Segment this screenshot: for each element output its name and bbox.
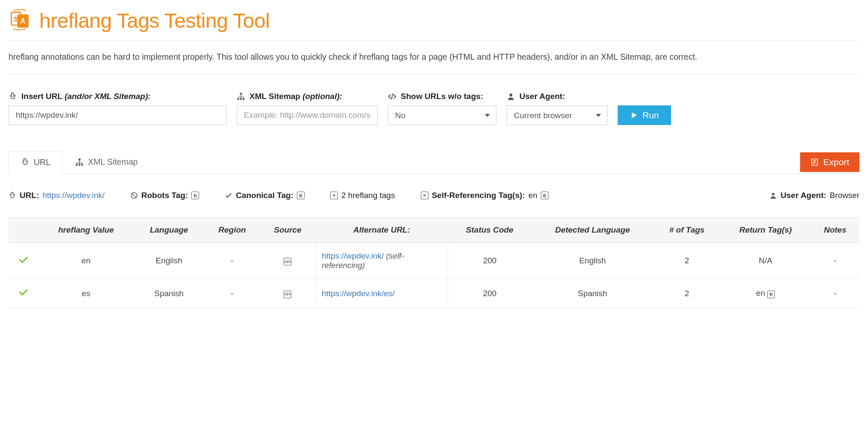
cell-return-tags: N/A bbox=[720, 243, 811, 279]
cell-alternate-url: https://wpdev.ink/ (self-referencing) bbox=[316, 243, 448, 279]
col-hreflang-value: hreflang Value bbox=[38, 218, 134, 243]
play-icon bbox=[630, 111, 638, 119]
url-meta-row: URL: https://wpdev.ink/ Robots Tag: ⎘ Ca… bbox=[9, 191, 859, 200]
cell-language: Spanish bbox=[134, 279, 205, 308]
meta-url: URL: https://wpdev.ink/ bbox=[9, 191, 105, 200]
meta-canonical: Canonical Tag: ⎘ bbox=[225, 191, 305, 200]
meta-robots: Robots Tag: ⎘ bbox=[130, 191, 199, 200]
tag-icon: ⌗ bbox=[421, 192, 428, 199]
ban-icon bbox=[130, 192, 138, 199]
user-agent-select[interactable]: Current browser bbox=[507, 105, 607, 125]
results-table: hreflang Value Language Region Source Al… bbox=[9, 217, 859, 308]
svg-rect-5 bbox=[238, 98, 239, 100]
user-icon bbox=[507, 92, 515, 101]
divider bbox=[9, 74, 859, 75]
sitemap-label: XML Sitemap (optional): bbox=[237, 92, 378, 101]
pointer-icon bbox=[9, 92, 17, 101]
user-agent-label: User Agent: bbox=[507, 92, 607, 101]
user-agent-field-group: User Agent: Current browser bbox=[507, 92, 607, 125]
export-button[interactable]: Export bbox=[800, 152, 859, 172]
col-detected-language: Detected Language bbox=[531, 218, 654, 243]
svg-text:A: A bbox=[21, 17, 26, 25]
meta-selfref: ⌗ Self-Referencing Tag(s): en ⎘ bbox=[421, 191, 548, 200]
user-icon bbox=[769, 192, 777, 199]
cell-detected-language: English bbox=[531, 243, 654, 279]
alternate-url-link[interactable]: https://wpdev.ink/ bbox=[322, 251, 384, 260]
cell-status-code: 200 bbox=[448, 243, 531, 279]
show-urls-field-group: Show URLs w/o tags: NoYes bbox=[388, 92, 496, 125]
col-region: Region bbox=[204, 218, 260, 243]
cell-region: - bbox=[204, 243, 260, 279]
source-icon: </> bbox=[284, 258, 291, 265]
cell-alternate-url: https://wpdev.ink/es/ bbox=[316, 279, 448, 308]
cell-return-tags: en ⎘ bbox=[720, 279, 811, 308]
svg-rect-4 bbox=[240, 93, 242, 95]
tab-xml-sitemap[interactable]: XML Sitemap bbox=[63, 151, 150, 173]
sitemap-icon bbox=[75, 158, 84, 166]
svg-rect-10 bbox=[76, 164, 78, 166]
cell-notes: - bbox=[811, 243, 859, 279]
col-num-tags: # of Tags bbox=[654, 218, 720, 243]
url-field-group: Insert URL (and/or XML Sitemap): bbox=[9, 92, 226, 125]
page-title: hreflang Tags Testing Tool bbox=[39, 9, 270, 32]
svg-rect-7 bbox=[243, 98, 244, 100]
svg-point-15 bbox=[772, 193, 774, 195]
code-icon bbox=[388, 92, 396, 101]
cell-status-code: 200 bbox=[448, 279, 531, 308]
col-notes: Notes bbox=[811, 218, 859, 243]
col-return-tags: Return Tag(s) bbox=[720, 218, 811, 243]
meta-url-link[interactable]: https://wpdev.ink/ bbox=[42, 191, 104, 200]
svg-rect-6 bbox=[240, 98, 242, 100]
check-icon bbox=[17, 288, 30, 297]
cell-hreflang: es bbox=[38, 279, 134, 308]
copy-icon[interactable]: ⎘ bbox=[191, 192, 199, 199]
run-button[interactable]: Run bbox=[618, 105, 671, 125]
source-icon: </> bbox=[284, 291, 291, 298]
pointer-icon bbox=[21, 158, 29, 166]
col-status-code: Status Code bbox=[448, 218, 531, 243]
copy-icon[interactable]: ⎘ bbox=[541, 192, 548, 199]
svg-rect-9 bbox=[79, 158, 81, 160]
cell-detected-language: Spanish bbox=[531, 279, 654, 308]
col-source: Source bbox=[260, 218, 315, 243]
copy-icon[interactable]: ⎘ bbox=[297, 192, 305, 199]
cell-num-tags: 2 bbox=[654, 243, 720, 279]
pointer-icon bbox=[9, 192, 16, 199]
show-urls-label: Show URLs w/o tags: bbox=[388, 92, 496, 101]
tab-url[interactable]: URL bbox=[9, 151, 63, 174]
copy-icon[interactable]: ⎘ bbox=[767, 291, 775, 298]
meta-useragent: User Agent: Browser bbox=[769, 191, 859, 200]
col-alternate-url: Alternate URL: bbox=[316, 218, 448, 243]
check-icon bbox=[225, 192, 232, 199]
svg-rect-11 bbox=[79, 164, 80, 166]
export-icon bbox=[810, 158, 819, 166]
page-header: A 文 hreflang Tags Testing Tool bbox=[9, 9, 859, 33]
col-language: Language bbox=[134, 218, 205, 243]
check-icon bbox=[17, 255, 30, 265]
alternate-url-link[interactable]: https://wpdev.ink/es/ bbox=[322, 289, 395, 298]
tag-icon: ⌗ bbox=[330, 192, 338, 199]
sitemap-input[interactable] bbox=[237, 105, 378, 125]
cell-notes: - bbox=[811, 279, 859, 308]
svg-rect-12 bbox=[81, 164, 83, 166]
page-description: hreflang annotations can be hard to impl… bbox=[9, 50, 859, 63]
svg-text:文: 文 bbox=[12, 16, 19, 23]
show-urls-select[interactable]: NoYes bbox=[388, 105, 496, 125]
cell-region: - bbox=[204, 279, 260, 308]
sitemap-field-group: XML Sitemap (optional): bbox=[237, 92, 378, 125]
meta-hreflang-count: ⌗ 2 hreflang tags bbox=[330, 191, 395, 200]
table-row: en English - </> https://wpdev.ink/ (sel… bbox=[9, 243, 859, 279]
cell-language: English bbox=[134, 243, 205, 279]
col-status bbox=[9, 218, 38, 243]
sitemap-icon bbox=[237, 92, 245, 101]
divider bbox=[9, 41, 859, 41]
cell-num-tags: 2 bbox=[654, 279, 720, 308]
logo-icon: A 文 bbox=[9, 9, 31, 33]
cell-hreflang: en bbox=[38, 243, 134, 279]
input-form: Insert URL (and/or XML Sitemap): XML Sit… bbox=[9, 92, 859, 125]
table-row: es Spanish - </> https://wpdev.ink/es/ 2… bbox=[9, 279, 859, 308]
tabs: URL XML Sitemap Export bbox=[9, 151, 859, 174]
url-input[interactable] bbox=[9, 105, 226, 125]
table-header-row: hreflang Value Language Region Source Al… bbox=[9, 218, 859, 243]
cell-source: </> bbox=[260, 243, 315, 279]
